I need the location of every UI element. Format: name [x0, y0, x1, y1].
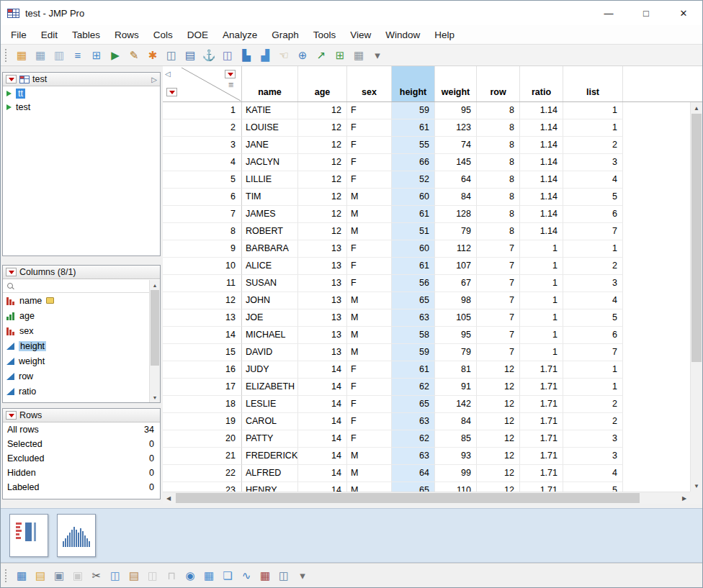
cell-weight[interactable]: 110 — [435, 482, 477, 492]
cell-list[interactable]: 5 — [563, 309, 623, 327]
cell-ratio[interactable]: 1.14 — [520, 119, 563, 137]
cell-sex[interactable]: M — [347, 206, 392, 223]
cell-list[interactable]: 1 — [563, 379, 623, 396]
cell-list[interactable]: 6 — [563, 327, 623, 344]
row-number[interactable]: 16 — [163, 361, 242, 379]
column-header-name[interactable]: name — [242, 66, 298, 101]
cell-height[interactable]: 62 — [392, 379, 435, 396]
pin-plus-icon[interactable]: ⊕ — [294, 47, 311, 64]
cell-weight[interactable]: 84 — [435, 189, 477, 206]
scroll-thumb[interactable] — [176, 493, 640, 503]
cell-row[interactable]: 12 — [477, 482, 520, 492]
cell-name[interactable]: ALFRED — [242, 465, 298, 482]
scroll-down-icon[interactable]: ▼ — [150, 392, 160, 402]
column-item-row[interactable]: row — [3, 368, 160, 384]
cell-sex[interactable]: M — [347, 189, 392, 206]
cell-name[interactable]: ALICE — [242, 258, 298, 275]
cell-age[interactable]: 12 — [298, 137, 347, 154]
cell-ratio[interactable]: 1.14 — [520, 206, 563, 223]
cell-age[interactable]: 13 — [298, 344, 347, 361]
cell-height[interactable]: 58 — [392, 327, 435, 344]
cell-age[interactable]: 12 — [298, 119, 347, 137]
cell-height[interactable]: 65 — [392, 396, 435, 413]
cell-list[interactable]: 2 — [563, 413, 623, 430]
row-number[interactable]: 17 — [163, 379, 242, 396]
cell-height[interactable]: 60 — [392, 189, 435, 206]
vertical-scrollbar[interactable]: ▲ ▼ — [690, 102, 702, 492]
cell-ratio[interactable]: 1.71 — [520, 430, 563, 448]
row-number[interactable]: 3 — [163, 137, 242, 154]
cell-age[interactable]: 12 — [298, 206, 347, 223]
row-number[interactable]: 23 — [163, 482, 242, 492]
cell-age[interactable]: 13 — [298, 292, 347, 309]
row-number[interactable]: 10 — [163, 258, 242, 275]
cell-name[interactable]: TIM — [242, 189, 298, 206]
cell-weight[interactable]: 98 — [435, 292, 477, 309]
cell-height[interactable]: 65 — [392, 482, 435, 492]
cell-sex[interactable]: F — [347, 396, 392, 413]
cell-row[interactable]: 8 — [477, 119, 520, 137]
table-plus-icon[interactable]: ⊞ — [331, 47, 349, 64]
cell-name[interactable]: KATIE — [242, 102, 298, 119]
scroll-thumb[interactable] — [151, 290, 159, 366]
row-number[interactable]: 8 — [163, 223, 242, 240]
cell-name[interactable]: BARBARA — [242, 240, 298, 258]
cell-ratio[interactable]: 1 — [520, 292, 563, 309]
cell-weight[interactable]: 64 — [435, 171, 477, 189]
red-triangle-menu-rows[interactable] — [6, 411, 17, 420]
cell-height[interactable]: 64 — [392, 465, 435, 482]
cell-weight[interactable]: 79 — [435, 344, 477, 361]
cell-weight[interactable]: 123 — [435, 119, 477, 137]
cell-height[interactable]: 66 — [392, 154, 435, 171]
histogram-icon[interactable]: ▟ — [256, 47, 274, 64]
cell-height[interactable]: 61 — [392, 206, 435, 223]
toolbar-grip[interactable] — [5, 569, 9, 582]
cell-sex[interactable]: F — [347, 258, 392, 275]
cell-age[interactable]: 14 — [298, 482, 347, 492]
cell-ratio[interactable]: 1.14 — [520, 171, 563, 189]
cell-row[interactable]: 8 — [477, 171, 520, 189]
cell-row[interactable]: 8 — [477, 154, 520, 171]
cell-height[interactable]: 55 — [392, 137, 435, 154]
cell-age[interactable]: 12 — [298, 189, 347, 206]
row-number[interactable]: 15 — [163, 344, 242, 361]
cell-weight[interactable]: 142 — [435, 396, 477, 413]
cell-row[interactable]: 7 — [477, 344, 520, 361]
menu-window[interactable]: Window — [378, 27, 427, 42]
menu-tools[interactable]: Tools — [306, 27, 344, 42]
cell-sex[interactable]: F — [347, 240, 392, 258]
new-data-table-icon[interactable]: ▦ — [13, 47, 30, 64]
cell-row[interactable]: 7 — [477, 327, 520, 344]
cell-age[interactable]: 13 — [298, 275, 347, 292]
cell-sex[interactable]: M — [347, 292, 392, 309]
cell-list[interactable]: 1 — [563, 240, 623, 258]
row-number[interactable]: 11 — [163, 275, 242, 292]
cell-name[interactable]: ELIZABETH — [242, 379, 298, 396]
cell-name[interactable]: JOHN — [242, 292, 298, 309]
cell-age[interactable]: 13 — [298, 309, 347, 327]
close-button[interactable]: ✕ — [665, 1, 702, 25]
cell-name[interactable]: PATTY — [242, 430, 298, 448]
red-triangle-rows-menu[interactable] — [166, 88, 177, 96]
cell-ratio[interactable]: 1.14 — [520, 102, 563, 119]
cell-weight[interactable]: 145 — [435, 154, 477, 171]
menu-tables[interactable]: Tables — [65, 27, 107, 42]
row-number[interactable]: 14 — [163, 327, 242, 344]
cell-weight[interactable]: 128 — [435, 206, 477, 223]
cell-ratio[interactable]: 1.71 — [520, 396, 563, 413]
scroll-down-icon[interactable]: ▼ — [691, 480, 702, 492]
cell-height[interactable]: 61 — [392, 258, 435, 275]
cell-row[interactable]: 12 — [477, 379, 520, 396]
row-number[interactable]: 6 — [163, 189, 242, 206]
cell-list[interactable]: 2 — [563, 137, 623, 154]
toolbar-overflow-icon[interactable]: ▾ — [369, 47, 386, 64]
open-file-icon[interactable]: ▤ — [32, 567, 49, 584]
cell-sex[interactable]: M — [347, 309, 392, 327]
cell-list[interactable]: 7 — [563, 223, 623, 240]
cell-height[interactable]: 63 — [392, 309, 435, 327]
cell-age[interactable]: 13 — [298, 240, 347, 258]
row-number[interactable]: 21 — [163, 448, 242, 465]
cell-row[interactable]: 8 — [477, 206, 520, 223]
join-tables-icon[interactable]: ◫ — [163, 47, 180, 64]
column-header-sex[interactable]: sex — [347, 66, 392, 101]
